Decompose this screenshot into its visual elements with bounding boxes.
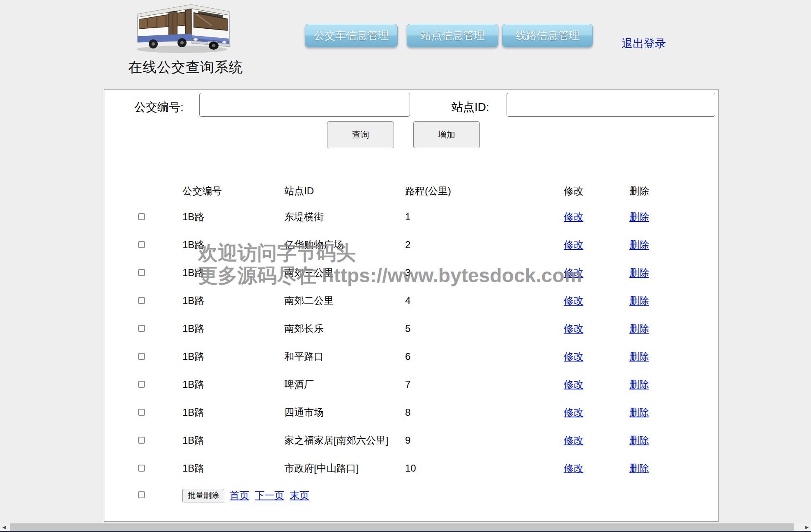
cell-bus-no: 1B路 <box>182 322 284 335</box>
select-all-checkbox[interactable] <box>138 491 145 498</box>
nav-station-info-button[interactable]: 站点信息管理 <box>407 24 498 47</box>
header-distance: 路程(公里) <box>405 184 564 198</box>
modify-link[interactable]: 修改 <box>564 407 583 418</box>
cell-bus-no: 1B路 <box>182 434 284 447</box>
cell-station-id: 啤酒厂 <box>284 378 405 391</box>
modify-link[interactable]: 修改 <box>564 323 583 334</box>
table-row: 1B路 南郊二公里 4 修改 删除 <box>138 287 718 315</box>
cell-bus-no: 1B路 <box>182 266 284 279</box>
delete-link[interactable]: 删除 <box>629 211 649 222</box>
cell-bus-no: 1B路 <box>182 406 284 419</box>
cell-distance: 1 <box>405 211 564 223</box>
cell-station-id: 东堤横街 <box>284 210 405 223</box>
logout-link[interactable]: 退出登录 <box>622 36 666 51</box>
query-button[interactable]: 查询 <box>327 121 394 148</box>
cell-distance: 8 <box>405 407 564 418</box>
table-row: 1B路 南郊长乐 5 修改 删除 <box>138 315 718 343</box>
delete-link[interactable]: 删除 <box>629 351 649 362</box>
delete-link[interactable]: 删除 <box>629 239 649 250</box>
cell-bus-no: 1B路 <box>182 210 284 223</box>
table-row: 1B路 南郊三公里 3 修改 删除 <box>138 259 718 287</box>
nav-bus-info-button[interactable]: 公交车信息管理 <box>305 24 398 47</box>
row-checkbox[interactable] <box>138 297 145 304</box>
scroll-left-button[interactable]: ◀ <box>0 523 8 531</box>
header-delete: 删除 <box>629 184 718 198</box>
table-row: 1B路 家之福家居[南郊六公里] 9 修改 删除 <box>138 426 718 454</box>
scrollbar-thumb[interactable] <box>10 523 794 531</box>
row-checkbox[interactable] <box>138 241 145 248</box>
cell-station-id: 市政府[中山路口] <box>284 462 405 475</box>
bus-no-label: 公交编号: <box>134 99 184 115</box>
station-id-input[interactable] <box>507 93 715 117</box>
cell-distance: 5 <box>405 323 564 334</box>
batch-delete-button[interactable]: 批量删除 <box>182 489 224 502</box>
modify-link[interactable]: 修改 <box>564 211 583 222</box>
cell-station-id: 家之福家居[南郊六公里] <box>284 434 405 447</box>
delete-link[interactable]: 删除 <box>629 407 649 418</box>
cell-bus-no: 1B路 <box>182 350 284 363</box>
cell-bus-no: 1B路 <box>182 238 284 251</box>
row-checkbox[interactable] <box>138 465 145 472</box>
table-body: 1B路 东堤横街 1 修改 删除 1B路 亿华购物广场 2 修改 删除 1B路 … <box>104 203 718 482</box>
row-checkbox[interactable] <box>138 269 145 276</box>
nav-route-info-button[interactable]: 线路信息管理 <box>502 24 593 47</box>
delete-link[interactable]: 删除 <box>629 267 649 278</box>
table-row: 1B路 和平路口 6 修改 删除 <box>138 343 718 371</box>
row-checkbox[interactable] <box>138 381 145 388</box>
row-checkbox[interactable] <box>138 409 145 416</box>
first-page-link[interactable]: 首页 <box>230 489 249 502</box>
cell-bus-no: 1B路 <box>182 294 284 307</box>
delete-link[interactable]: 删除 <box>629 435 649 446</box>
routes-table: 公交编号 站点ID 路程(公里) 修改 删除 1B路 东堤横街 1 修改 删除 … <box>104 179 718 509</box>
cell-distance: 7 <box>405 379 564 390</box>
add-button[interactable]: 增加 <box>413 121 480 148</box>
modify-link[interactable]: 修改 <box>564 435 583 446</box>
cell-station-id: 和平路口 <box>284 350 405 363</box>
scroll-right-button[interactable]: ▶ <box>803 523 811 531</box>
row-checkbox[interactable] <box>138 325 145 332</box>
modify-link[interactable]: 修改 <box>564 295 583 306</box>
bus-query-system-page: 在线公交查询系统 公交车信息管理 站点信息管理 线路信息管理 退出登录 公交编号… <box>0 0 811 532</box>
cell-station-id: 南郊三公里 <box>284 266 405 279</box>
delete-link[interactable]: 删除 <box>629 463 649 474</box>
delete-link[interactable]: 删除 <box>629 323 649 334</box>
table-row: 1B路 亿华购物广场 2 修改 删除 <box>138 231 718 259</box>
cell-distance: 3 <box>405 267 564 279</box>
table-row: 1B路 东堤横街 1 修改 删除 <box>138 203 718 231</box>
modify-link[interactable]: 修改 <box>564 239 583 250</box>
delete-link[interactable]: 删除 <box>629 295 649 306</box>
cell-bus-no: 1B路 <box>182 462 284 475</box>
bus-no-input[interactable] <box>199 93 410 117</box>
cell-distance: 2 <box>405 239 564 251</box>
cell-distance: 6 <box>405 351 564 362</box>
modify-link[interactable]: 修改 <box>564 463 583 474</box>
row-checkbox[interactable] <box>138 213 145 220</box>
modify-link[interactable]: 修改 <box>564 351 583 362</box>
header-modify: 修改 <box>564 184 629 198</box>
cell-station-id: 亿华购物广场 <box>284 238 405 251</box>
station-id-label: 站点ID: <box>452 99 489 115</box>
row-checkbox[interactable] <box>138 437 145 444</box>
last-page-link[interactable]: 末页 <box>290 489 309 502</box>
modify-link[interactable]: 修改 <box>564 379 583 390</box>
header-station-id: 站点ID <box>284 184 405 198</box>
table-row: 1B路 市政府[中山路口] 10 修改 删除 <box>138 454 718 482</box>
cell-distance: 10 <box>405 463 564 474</box>
row-checkbox[interactable] <box>138 353 145 360</box>
modify-link[interactable]: 修改 <box>564 267 583 278</box>
pagination-row: 批量删除 首页 下一页 末页 <box>138 482 718 509</box>
table-row: 1B路 四通市场 8 修改 删除 <box>138 398 718 426</box>
table-row: 1B路 啤酒厂 7 修改 删除 <box>138 371 718 398</box>
cell-bus-no: 1B路 <box>182 378 284 391</box>
header-bus-no: 公交编号 <box>182 184 284 198</box>
delete-link[interactable]: 删除 <box>629 379 649 390</box>
cell-distance: 4 <box>405 295 564 306</box>
cell-distance: 9 <box>405 435 564 446</box>
cell-station-id: 南郊二公里 <box>284 294 405 307</box>
bus-logo-icon <box>129 2 234 54</box>
next-page-link[interactable]: 下一页 <box>255 489 284 502</box>
cell-station-id: 南郊长乐 <box>284 322 405 335</box>
page-title: 在线公交查询系统 <box>128 58 243 77</box>
cell-station-id: 四通市场 <box>284 406 405 419</box>
content-panel: 公交编号: 站点ID: 查询 增加 公交编号 站点ID 路程(公里) 修改 删除… <box>104 89 719 522</box>
